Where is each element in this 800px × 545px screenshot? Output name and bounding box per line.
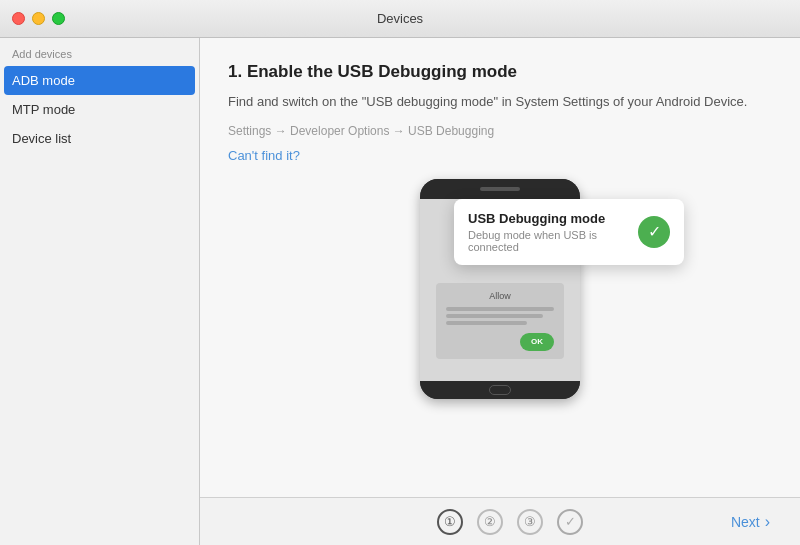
usb-popup-text-block: USB Debugging mode Debug mode when USB i… (468, 211, 626, 253)
next-label: Next (731, 514, 760, 530)
phone-line-3 (446, 321, 527, 325)
step-description: Find and switch on the "USB debugging mo… (228, 92, 772, 112)
phone-allow-text: Allow (446, 291, 554, 301)
content-area: 1. Enable the USB Debugging mode Find an… (200, 38, 800, 545)
phone-line-1 (446, 307, 554, 311)
next-chevron-icon: › (765, 513, 770, 531)
step-title: 1. Enable the USB Debugging mode (228, 62, 772, 82)
window-title: Devices (377, 11, 423, 26)
cant-find-link[interactable]: Can't find it? (228, 148, 300, 163)
bottom-bar: ① ② ③ ✓ Next › (200, 497, 800, 545)
phone-dialog-lines (446, 307, 554, 325)
sidebar-item-device-list[interactable]: Device list (0, 124, 199, 153)
phone-home-button (489, 385, 511, 395)
usb-popup-subtitle: Debug mode when USB is connected (468, 229, 626, 253)
phone-ok-button: OK (520, 333, 554, 351)
sidebar-item-mtp-mode[interactable]: MTP mode (0, 95, 199, 124)
step-indicators: ① ② ③ ✓ (300, 509, 721, 535)
checkmark-icon: ✓ (648, 224, 661, 240)
titlebar: Devices (0, 0, 800, 38)
sidebar-section-label: Add devices (0, 38, 199, 66)
step-indicator-check: ✓ (557, 509, 583, 535)
sidebar-item-adb-mode[interactable]: ADB mode (4, 66, 195, 95)
main-layout: Add devices ADB mode MTP mode Device lis… (0, 38, 800, 545)
window-controls (12, 12, 65, 25)
content-scroll: 1. Enable the USB Debugging mode Find an… (200, 38, 800, 497)
maximize-button[interactable] (52, 12, 65, 25)
sidebar: Add devices ADB mode MTP mode Device lis… (0, 38, 200, 545)
step-indicator-1: ① (437, 509, 463, 535)
step-indicator-2: ② (477, 509, 503, 535)
phone-line-2 (446, 314, 543, 318)
phone-top-bar (420, 179, 580, 199)
phone-bottom-bar (420, 381, 580, 399)
illustration: USB Debugging mode Debug mode when USB i… (228, 179, 772, 419)
minimize-button[interactable] (32, 12, 45, 25)
usb-debugging-popup: USB Debugging mode Debug mode when USB i… (454, 199, 684, 265)
usb-checkbox-checked: ✓ (638, 216, 670, 248)
phone-speaker (480, 187, 520, 191)
usb-popup-title: USB Debugging mode (468, 211, 626, 226)
phone-allow-dialog: Allow OK (436, 283, 564, 359)
step-path: Settings → Developer Options → USB Debug… (228, 124, 772, 138)
next-button[interactable]: Next › (721, 507, 780, 537)
step-indicator-3: ③ (517, 509, 543, 535)
close-button[interactable] (12, 12, 25, 25)
